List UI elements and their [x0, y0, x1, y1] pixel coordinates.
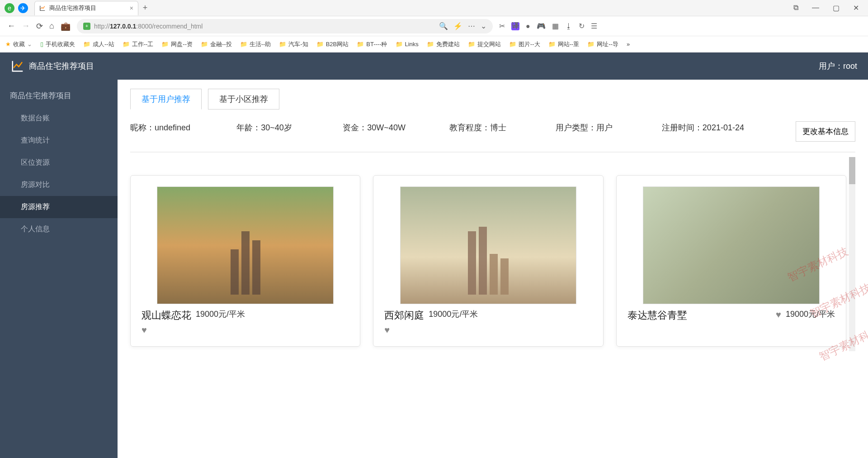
home-button[interactable]: ⌂: [49, 21, 54, 31]
zoom-icon[interactable]: 🔍: [439, 22, 448, 30]
translate-icon[interactable]: 译: [511, 22, 519, 30]
minimize-icon[interactable]: —: [812, 4, 819, 12]
app-icon: ✈: [18, 3, 28, 13]
favorites-button[interactable]: ★收藏 ⌄: [5, 40, 32, 48]
bookmark-folder[interactable]: 📁免费建站: [427, 40, 460, 48]
main-content: 基于用户推荐 基于小区推荐 昵称：undefined 年龄：30~40岁 资金：…: [118, 80, 868, 458]
watermark: 智宇素材科技: [817, 323, 868, 364]
bookmarks-overflow[interactable]: »: [627, 41, 630, 48]
shield-icon: +: [83, 23, 90, 30]
user-info-row: 昵称：undefined 年龄：30~40岁 资金：30W~40W 教育程度：博…: [130, 114, 855, 152]
bookmark-folder[interactable]: 📁网站--重: [548, 40, 580, 48]
property-card[interactable]: 泰达慧谷青墅 ♥ 19000元/平米 智宇素材科技 智宇素材科技 智宇素材科技: [616, 175, 846, 347]
app-header: 商品住宅推荐项目 用户：root: [0, 52, 868, 80]
bookmark-folder[interactable]: 📁汽车-知: [279, 40, 308, 48]
property-price: 19000元/平米: [786, 309, 835, 320]
sidebar-item-query[interactable]: 查询统计: [0, 129, 118, 152]
briefcase-icon[interactable]: 💼: [61, 21, 71, 31]
sidebar-item-data[interactable]: 数据台账: [0, 107, 118, 129]
property-image: [384, 186, 592, 304]
picture-in-picture-icon[interactable]: ⧉: [793, 4, 798, 12]
bookmark-folder[interactable]: 📁BT----种: [357, 40, 387, 48]
sidebar-item-compare[interactable]: 房源对比: [0, 174, 118, 196]
undo-icon[interactable]: ↻: [579, 22, 585, 30]
tab-user-recommend[interactable]: 基于用户推荐: [130, 89, 202, 110]
bookmark-folder[interactable]: 📁生活--助: [240, 40, 271, 48]
new-tab-button[interactable]: +: [138, 3, 152, 13]
heart-icon[interactable]: ♥: [776, 310, 781, 320]
info-regtime: 注册时间：2021-01-24: [662, 121, 781, 134]
tab-title: 商品住宅推荐项目: [49, 4, 126, 12]
grid-icon[interactable]: ▦: [552, 22, 559, 30]
heart-icon[interactable]: ♥: [384, 325, 424, 335]
property-price: 19000元/平米: [196, 309, 245, 320]
game-icon[interactable]: 🎮: [537, 22, 546, 30]
bookmarks-bar: ★收藏 ⌄ ▯手机收藏夹 📁成人--站 📁工作--工 📁网盘--资 📁金融--投…: [0, 36, 868, 52]
reload-button[interactable]: ⟳: [36, 21, 43, 31]
dropdown-icon[interactable]: ⌄: [481, 22, 486, 30]
bookmark-folder[interactable]: 📁B2B网站: [316, 40, 349, 48]
download-icon[interactable]: ⭳: [565, 22, 572, 30]
close-icon[interactable]: ✕: [853, 4, 859, 12]
scissors-icon[interactable]: ✂: [499, 22, 505, 30]
more-icon[interactable]: ⋯: [468, 22, 475, 30]
address-bar[interactable]: + http://127.0.0.1:8000/recommend_html 🔍…: [77, 19, 493, 33]
property-card[interactable]: 西郊闲庭 ♥ 19000元/平米: [373, 175, 603, 347]
sidebar-title[interactable]: 商品住宅推荐项目: [0, 84, 118, 107]
back-button[interactable]: ←: [7, 21, 15, 31]
maximize-icon[interactable]: ▢: [833, 4, 840, 12]
edit-info-button[interactable]: 更改基本信息: [796, 121, 855, 142]
sidebar-item-location[interactable]: 区位资源: [0, 152, 118, 174]
forward-button[interactable]: →: [22, 21, 30, 31]
scrollbar[interactable]: [849, 157, 855, 351]
info-age: 年龄：30~40岁: [236, 121, 328, 134]
bookmark-folder[interactable]: 📁图片--大: [509, 40, 540, 48]
browser-icon: e: [5, 3, 14, 13]
mobile-bookmarks[interactable]: ▯手机收藏夹: [40, 40, 75, 48]
property-title: 西郊闲庭: [384, 309, 424, 322]
info-nickname: 昵称：undefined: [130, 121, 222, 134]
lightning-icon[interactable]: ⚡: [453, 22, 462, 30]
property-card[interactable]: 观山蝶恋花 ♥ 19000元/平米: [130, 175, 360, 347]
browser-toolbar: ← → ⟳ ⌂ 💼 + http://127.0.0.1:8000/recomm…: [0, 16, 868, 36]
user-label[interactable]: 用户：root: [819, 61, 857, 72]
bookmark-folder[interactable]: 📁提交网站: [468, 40, 501, 48]
chart-icon: [39, 5, 46, 11]
sidebar: 商品住宅推荐项目 数据台账 查询统计 区位资源 房源对比 房源推荐 个人信息: [0, 80, 118, 458]
info-funds: 资金：30W~40W: [343, 121, 434, 134]
sidebar-item-recommend[interactable]: 房源推荐: [0, 196, 118, 218]
info-education: 教育程度：博士: [449, 121, 541, 134]
tab-area-recommend[interactable]: 基于小区推荐: [208, 89, 279, 110]
chart-logo-icon: [11, 59, 24, 73]
app-title: 商品住宅推荐项目: [29, 61, 94, 72]
property-price: 19000元/平米: [429, 309, 478, 320]
browser-tab[interactable]: 商品住宅推荐项目 ×: [34, 1, 138, 15]
info-usertype: 用户类型：用户: [556, 121, 647, 134]
heart-icon[interactable]: ♥: [142, 325, 191, 335]
url-text: http://127.0.0.1:8000/recommend_html: [94, 23, 203, 30]
bookmark-folder[interactable]: 📁成人--站: [83, 40, 114, 48]
property-image: [627, 186, 835, 304]
property-image: [142, 186, 349, 304]
bookmark-folder[interactable]: 📁网盘--资: [161, 40, 193, 48]
sidebar-item-profile[interactable]: 个人信息: [0, 218, 118, 240]
property-title: 泰达慧谷青墅: [627, 309, 771, 322]
bookmark-folder[interactable]: 📁金融--投: [201, 40, 232, 48]
menu-icon[interactable]: ☰: [591, 22, 597, 30]
bookmark-folder[interactable]: 📁工作--工: [123, 40, 154, 48]
tab-close-icon[interactable]: ×: [130, 5, 133, 12]
coin-icon[interactable]: ●: [526, 22, 530, 30]
bookmark-folder[interactable]: 📁网址--导: [587, 40, 618, 48]
bookmark-folder[interactable]: 📁Links: [396, 41, 419, 48]
browser-titlebar: e ✈ 商品住宅推荐项目 × + ⧉ — ▢ ✕: [0, 0, 868, 16]
property-title: 观山蝶恋花: [142, 309, 191, 322]
